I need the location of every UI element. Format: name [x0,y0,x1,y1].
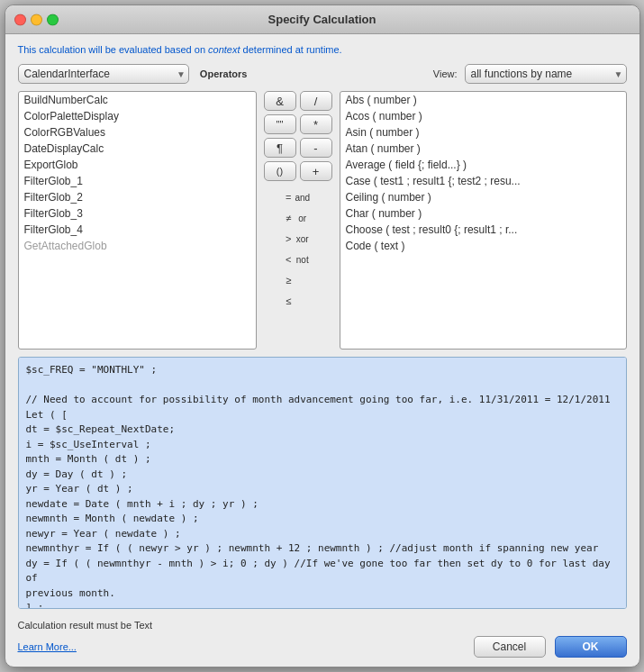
op-row-3: ¶ - [264,138,332,158]
list-item[interactable]: ColorPaletteDisplay [19,108,256,124]
info-context: context [208,44,240,55]
field-list[interactable]: BuildNumberCalc ColorPaletteDisplay Colo… [18,91,257,350]
op-and-text: and [295,188,310,206]
op-column-left: = ≠ > < ≥ ≤ [286,188,291,310]
function-item[interactable]: Asin ( number ) [340,124,626,141]
function-item[interactable]: Case ( test1 ; result1 {; test2 ; resu..… [340,173,626,189]
list-item[interactable]: FilterGlob_4 [19,222,256,238]
result-text: Calculation result must be Text [18,620,627,631]
op-row-2: "" * [264,114,332,134]
table-dropdown[interactable]: CalendarInterface [18,64,189,84]
list-item[interactable]: FilterGlob_3 [19,205,256,222]
op-plus[interactable]: + [300,161,332,181]
left-panel: BuildNumberCalc ColorPaletteDisplay Colo… [18,91,257,350]
list-item[interactable]: FilterGlob_2 [19,189,256,205]
comparison-ops: = ≠ > < ≥ ≤ and or xor not [286,188,310,310]
op-less: < [286,250,291,268]
top-controls: CalendarInterface ▼ Operators View: all … [18,64,627,84]
function-item[interactable]: Abs ( number ) [340,92,626,108]
functions-panel: Abs ( number ) Acos ( number ) Asin ( nu… [340,91,627,350]
function-item[interactable]: Acos ( number ) [340,108,626,124]
list-item[interactable]: FilterGlob_1 [19,173,256,189]
op-multiply[interactable]: * [300,114,332,134]
function-item[interactable]: Average ( field {; field...} ) [340,157,626,173]
function-item[interactable]: Choose ( test ; result0 {; result1 ; r..… [340,222,626,238]
learn-more-link[interactable]: Learn More... [18,641,77,652]
title-bar: Specify Calculation [5,5,639,34]
calc-editor[interactable]: $sc_FREQ = "MONTHLY" ; // Need to accoun… [18,357,627,609]
dialog-body: This calculation will be evaluated based… [5,34,639,667]
function-item[interactable]: Atan ( number ) [340,141,626,157]
op-or-text: or [298,209,306,227]
table-dropdown-container: CalendarInterface ▼ [18,64,189,84]
ok-button[interactable]: OK [555,636,627,658]
info-static: This calculation will be evaluated based… [18,44,209,55]
op-and[interactable]: & [264,91,296,111]
op-greater: > [286,230,291,248]
close-button[interactable] [14,14,26,25]
function-item[interactable]: Code ( text ) [340,238,626,254]
info-rest: determined at runtime. [240,44,342,55]
maximize-button[interactable] [47,14,59,25]
op-notequal: ≠ [286,209,291,227]
cancel-button[interactable]: Cancel [474,636,546,658]
calc-area: $sc_FREQ = "MONTHLY" ; // Need to accoun… [18,357,627,609]
op-lessequal: ≤ [286,292,291,310]
view-dropdown[interactable]: all functions by nameall functions by ty… [465,64,627,84]
list-item[interactable]: GetAttachedGlob [19,238,256,254]
operators-panel: & / "" * ¶ - () + = ≠ [262,91,334,350]
op-paragraph[interactable]: ¶ [264,138,296,158]
traffic-lights [14,14,59,25]
specify-calculation-dialog: Specify Calculation This calculation wil… [5,5,640,667]
buttons-row: Learn More... Cancel OK [18,636,627,658]
op-equal: = [286,188,291,206]
op-divide[interactable]: / [300,91,332,111]
op-parens[interactable]: () [264,161,296,181]
list-item[interactable]: ColorRGBValues [19,124,256,141]
op-xor-text: xor [296,230,309,248]
operators-label: Operators [200,68,248,79]
op-row-4: () + [264,161,332,181]
op-column-right: and or xor not [295,188,310,310]
functions-list[interactable]: Abs ( number ) Acos ( number ) Asin ( nu… [340,91,627,350]
op-row-1: & / [264,91,332,111]
action-buttons: Cancel OK [474,636,627,658]
op-quote[interactable]: "" [264,114,296,134]
minimize-button[interactable] [31,14,42,25]
list-item[interactable]: DateDisplayCalc [19,141,256,157]
list-item[interactable]: ExportGlob [19,157,256,173]
main-area: BuildNumberCalc ColorPaletteDisplay Colo… [18,91,627,350]
list-item[interactable]: BuildNumberCalc [19,92,256,108]
bottom-bar: Calculation result must be Text Learn Mo… [18,620,627,658]
info-text: This calculation will be evaluated based… [18,43,627,57]
view-label: View: [433,68,458,79]
view-dropdown-container: all functions by nameall functions by ty… [465,64,627,84]
function-item[interactable]: Ceiling ( number ) [340,189,626,205]
op-not-text: not [296,250,309,268]
op-greaterequal: ≥ [286,271,291,289]
function-item[interactable]: Char ( number ) [340,205,626,222]
dialog-title: Specify Calculation [268,13,376,26]
op-minus[interactable]: - [300,138,332,158]
